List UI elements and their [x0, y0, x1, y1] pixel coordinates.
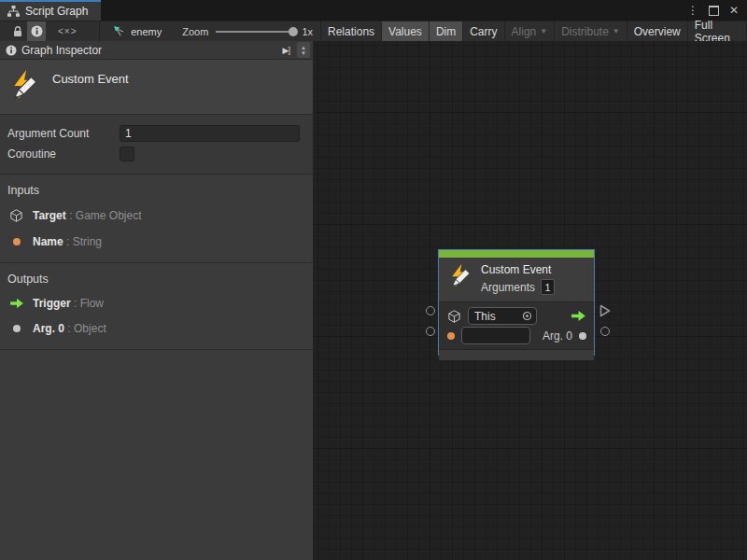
inspector-empty-area [0, 350, 313, 560]
dim-button[interactable]: Dim [429, 21, 462, 41]
coroutine-row: Coroutine [7, 144, 300, 163]
node-row-arg0: Arg. 0 [447, 326, 586, 345]
node-row-target: This [447, 306, 586, 326]
node-arguments-value[interactable]: 1 [541, 279, 555, 295]
port-name: Arg. 0 [33, 322, 64, 335]
lock-button[interactable] [9, 21, 28, 41]
node-body: This [439, 301, 594, 349]
node-input-port-target[interactable] [426, 306, 435, 315]
chevron-down-icon: ▼ [613, 28, 620, 35]
input-row-name: Name : String [8, 235, 303, 248]
outputs-section: Outputs Trigger : Flow Arg. 0 : Object [0, 263, 313, 350]
values-button[interactable]: Values [381, 21, 429, 41]
dim-label: Dim [436, 25, 456, 38]
graph-breadcrumb-icon [113, 25, 126, 37]
graph-inspector-panel: Graph Inspector ▶] ▲ ▼ Custom Event [0, 41, 314, 560]
align-button[interactable]: Align ▼ [504, 21, 555, 41]
dock-panel-icon[interactable]: ▶] [280, 46, 292, 55]
node-event-accent-bar [439, 250, 594, 258]
port-type: : Game Object [69, 209, 141, 222]
string-dot-icon [13, 238, 21, 245]
node-header[interactable]: Custom Event Arguments 1 [439, 258, 594, 301]
input-row-target: Target : Game Object [8, 208, 303, 223]
overview-label: Overview [634, 25, 681, 38]
string-dot-icon [447, 332, 455, 340]
zoom-slider-handle[interactable] [289, 27, 298, 36]
object-dot-icon [13, 325, 21, 332]
inputs-header: Inputs [7, 184, 303, 197]
close-icon[interactable]: ✕ [729, 5, 739, 16]
port-type: : String [66, 235, 102, 248]
custom-event-icon [9, 69, 41, 101]
event-title: Custom Event [52, 72, 129, 86]
object-picker-icon [522, 311, 532, 321]
lock-icon [12, 25, 23, 37]
node-output-port-arg0[interactable] [600, 327, 610, 336]
toolbar-gap [46, 21, 55, 41]
port-type: : Flow [74, 297, 104, 310]
target-object-select[interactable]: This [468, 307, 537, 325]
node-title: Custom Event [481, 263, 555, 276]
argument-count-row: Argument Count [7, 123, 300, 143]
carry-button[interactable]: Carry [462, 21, 503, 41]
carry-label: Carry [470, 25, 497, 38]
output-row-trigger: Trigger : Flow [8, 297, 303, 310]
maximize-icon[interactable] [709, 6, 719, 16]
code-icon: <×> [58, 26, 78, 36]
argument-count-input[interactable] [120, 125, 300, 142]
overview-button[interactable]: Overview [627, 21, 687, 41]
spinner-down-icon: ▼ [301, 50, 306, 56]
inspector-toggle-button[interactable] [27, 21, 46, 41]
zoom-label: Zoom [182, 26, 208, 37]
tab-script-graph[interactable]: Script Graph [0, 0, 101, 21]
custom-event-node[interactable]: Custom Event Arguments 1 This [438, 249, 595, 356]
event-fields: Argument Count Coroutine [0, 115, 313, 175]
argument-count-label: Argument Count [7, 127, 120, 140]
distribute-button[interactable]: Distribute ▼ [554, 21, 627, 41]
panel-spinner[interactable]: ▲ ▼ [297, 42, 310, 58]
relations-label: Relations [328, 25, 374, 38]
tab-title: Script Graph [25, 5, 88, 18]
align-label: Align [512, 25, 537, 38]
node-output-port-trigger[interactable] [599, 304, 611, 317]
zoom-control: Zoom 1x [175, 21, 320, 41]
node-footer [439, 349, 594, 360]
graph-canvas[interactable]: Custom Event Arguments 1 This [314, 41, 747, 560]
breadcrumb-label: enemy [131, 26, 162, 37]
coroutine-checkbox[interactable] [120, 147, 134, 161]
port-name: Name [33, 235, 63, 248]
info-icon [6, 45, 17, 56]
distribute-label: Distribute [561, 25, 609, 38]
zoom-value: 1x [302, 26, 313, 37]
coroutine-label: Coroutine [7, 147, 120, 161]
event-name-input[interactable] [461, 327, 530, 344]
chevron-down-icon: ▼ [540, 28, 547, 35]
graph-inspector-title: Graph Inspector [21, 44, 275, 57]
flow-arrow-icon [571, 310, 586, 322]
fullscreen-button[interactable]: Full Screen [687, 21, 747, 41]
breadcrumb[interactable]: enemy [100, 21, 175, 41]
target-object-value: This [474, 310, 496, 323]
toolbar-gap [80, 21, 100, 41]
object-dot-icon [579, 332, 586, 340]
titlebar-fill [101, 0, 687, 21]
relations-button[interactable]: Relations [320, 21, 381, 41]
zoom-slider[interactable] [216, 31, 294, 33]
info-icon [31, 25, 43, 37]
flow-arrow-icon [9, 298, 24, 309]
inputs-section: Inputs Target : Game Object Name : Strin… [0, 175, 313, 263]
event-title-block: Custom Event [0, 60, 313, 115]
values-label: Values [388, 25, 422, 38]
graph-toolbar: <×> enemy Zoom 1x Relations Values Dim [0, 21, 747, 41]
node-arg0-label: Arg. 0 [543, 329, 572, 343]
graph-inspector-header: Graph Inspector ▶] ▲ ▼ [0, 41, 313, 60]
cube-icon [447, 309, 461, 324]
port-name: Trigger [33, 297, 71, 310]
toolbar-gap [0, 21, 9, 41]
edit-source-button[interactable]: <×> [55, 21, 80, 41]
outputs-header: Outputs [7, 273, 303, 286]
port-name: Target [33, 209, 66, 222]
cube-icon [9, 208, 23, 223]
window-menu-icon[interactable]: ⋮ [687, 5, 698, 16]
node-input-port-name[interactable] [426, 327, 435, 336]
